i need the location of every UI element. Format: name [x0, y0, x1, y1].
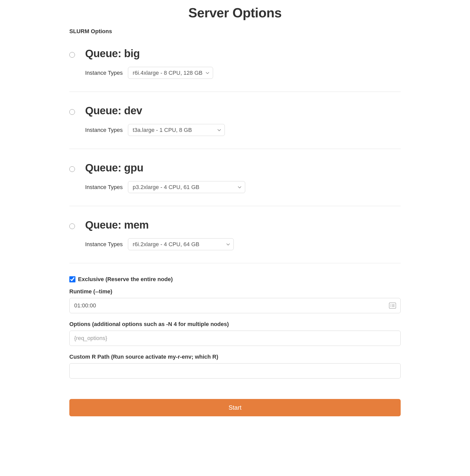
instance-types-label: Instance Types	[85, 70, 123, 76]
divider	[69, 206, 401, 206]
queue-radio-mem[interactable]	[69, 223, 75, 229]
queue-block-big: Queue: big Instance Types r6i.4xlarge - …	[69, 47, 401, 92]
options-input[interactable]	[69, 331, 401, 346]
instance-select-mem[interactable]: r6i.2xlarge - 4 CPU, 64 GB	[128, 238, 234, 250]
custom-r-path-input[interactable]	[69, 363, 401, 379]
queue-title-big: Queue: big	[85, 47, 401, 60]
start-button[interactable]: Start	[69, 399, 401, 416]
custom-r-path-label: Custom R Path (Run source activate my-r-…	[69, 354, 401, 360]
queue-block-mem: Queue: mem Instance Types r6i.2xlarge - …	[69, 219, 401, 263]
queue-block-gpu: Queue: gpu Instance Types p3.2xlarge - 4…	[69, 162, 401, 206]
instance-types-label: Instance Types	[85, 127, 123, 133]
exclusive-label: Exclusive (Reserve the entire node)	[78, 276, 173, 283]
queue-radio-gpu[interactable]	[69, 166, 75, 172]
queue-title-mem: Queue: mem	[85, 219, 401, 231]
instance-select-gpu[interactable]: p3.2xlarge - 4 CPU, 61 GB	[128, 181, 245, 193]
divider	[69, 149, 401, 149]
queue-radio-dev[interactable]	[69, 109, 75, 115]
divider	[69, 92, 401, 92]
queue-block-dev: Queue: dev Instance Types t3a.large - 1 …	[69, 105, 401, 149]
custom-r-path-field-group: Custom R Path (Run source activate my-r-…	[69, 354, 401, 379]
page-title: Server Options	[69, 5, 401, 20]
options-field-group: Options (additional options such as -N 4…	[69, 321, 401, 346]
divider	[69, 263, 401, 263]
runtime-label: Runtime (--time)	[69, 288, 401, 295]
queue-title-gpu: Queue: gpu	[85, 162, 401, 174]
instance-select-big[interactable]: r6i.4xlarge - 8 CPU, 128 GB	[128, 67, 213, 79]
instance-types-label: Instance Types	[85, 241, 123, 248]
runtime-input[interactable]	[69, 298, 401, 313]
instance-select-dev[interactable]: t3a.large - 1 CPU, 8 GB	[128, 124, 225, 136]
queue-radio-big[interactable]	[69, 52, 75, 58]
exclusive-row: Exclusive (Reserve the entire node)	[69, 276, 401, 283]
exclusive-checkbox[interactable]	[69, 276, 75, 282]
runtime-field-group: Runtime (--time)	[69, 288, 401, 313]
slurm-options-label: SLURM Options	[69, 28, 401, 35]
instance-types-label: Instance Types	[85, 184, 123, 191]
queue-title-dev: Queue: dev	[85, 105, 401, 117]
options-label: Options (additional options such as -N 4…	[69, 321, 401, 328]
